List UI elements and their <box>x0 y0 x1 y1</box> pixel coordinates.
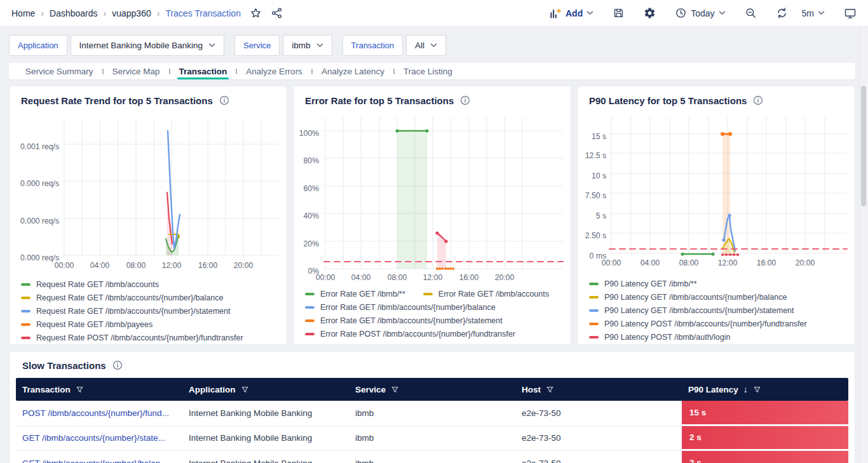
slow-transactions-body: POST /ibmb/accounts/{number}/fund...Inte… <box>16 401 848 463</box>
column-header-host[interactable]: Host <box>515 385 682 394</box>
svg-text:12:00: 12:00 <box>162 261 182 270</box>
info-icon[interactable] <box>219 95 229 105</box>
tab-analyze-latency[interactable]: Analyze Latency <box>313 63 393 79</box>
tab-transaction[interactable]: Transaction <box>170 63 236 79</box>
filter-select-service[interactable]: ibmb <box>283 35 332 56</box>
breadcrumb-dashboards[interactable]: Dashboards <box>50 8 98 18</box>
zoom-out-button[interactable] <box>745 7 757 19</box>
legend-row: Request Rate GET /ibmb/accounts <box>21 278 287 291</box>
tab-service-summary[interactable]: Service Summary <box>17 63 102 79</box>
legend-label: Request Rate GET /ibmb/accounts/{number}… <box>36 307 231 316</box>
svg-text:04:00: 04:00 <box>641 258 660 267</box>
legend-label: Request Rate GET /ibmb/accounts/{number}… <box>36 293 223 302</box>
legend-row: P90 Latency GET /ibmb/accounts/{number}/… <box>589 304 855 317</box>
add-chart-icon <box>549 7 562 20</box>
column-label: Application <box>189 385 236 394</box>
legend-color-dash <box>423 293 433 295</box>
legend-label: Error Rate POST /ibmb/accounts/{number}/… <box>320 330 515 339</box>
legend-item[interactable]: P90 Latency GET /ibmb/** <box>589 279 697 288</box>
filter-select-transaction[interactable]: All <box>406 35 446 56</box>
legend-item[interactable]: Request Rate GET /ibmb/accounts/{number}… <box>21 293 223 302</box>
svg-text:16:00: 16:00 <box>459 273 479 282</box>
table-row: GET /ibmb/accounts/{number}/state...Inte… <box>16 426 848 452</box>
filter-funnel-icon[interactable] <box>546 386 554 394</box>
legend-item[interactable]: Error Rate POST /ibmb/accounts/{number}/… <box>305 330 515 339</box>
filter-select-application[interactable]: Internet Banking Mobile Banking <box>71 35 224 56</box>
svg-text:40%: 40% <box>304 211 320 220</box>
refresh-interval-button[interactable]: 5m <box>802 8 825 18</box>
filter-bar: Application Internet Banking Mobile Bank… <box>9 35 456 56</box>
scrollbar-thumb[interactable] <box>861 86 866 206</box>
info-icon[interactable] <box>112 360 123 370</box>
legend-row: Request Rate POST /ibmb/accounts/{number… <box>21 331 287 344</box>
top-bar: Home › Dashboards › vuapp360 › Traces Tr… <box>0 0 868 27</box>
transaction-link[interactable]: GET /ibmb/accounts/{number}/state... <box>16 426 182 451</box>
svg-text:08:00: 08:00 <box>388 273 407 282</box>
legend-label: Request Rate GET /ibmb/accounts <box>36 280 159 289</box>
info-icon[interactable] <box>753 95 763 105</box>
legend-item[interactable]: Request Rate GET /ibmb/payees <box>21 320 153 329</box>
refresh-button[interactable] <box>776 7 788 19</box>
filter-funnel-icon[interactable] <box>391 386 399 394</box>
tv-mode-button[interactable] <box>844 7 857 20</box>
save-button[interactable] <box>613 7 625 19</box>
legend-label: Error Rate GET /ibmb/accounts/{number}/b… <box>320 303 496 312</box>
legend-row: P90 Latency POST /ibmb/accounts/{number}… <box>589 317 855 330</box>
svg-text:00:00: 00:00 <box>602 258 621 267</box>
filter-funnel-icon[interactable] <box>241 386 249 394</box>
legend-row: Request Rate GET /ibmb/accounts/{number}… <box>21 291 287 304</box>
legend-row: Request Rate GET /ibmb/accounts/{number}… <box>21 304 287 318</box>
service-cell: ibmb <box>349 451 515 463</box>
legend-item[interactable]: Error Rate GET /ibmb/accounts/{number}/s… <box>305 316 503 325</box>
p90-latency-chart[interactable]: 15 s12.5 s10 s7.50 s5 s2.50 s0 ms00:0004… <box>578 108 855 272</box>
legend-item[interactable]: Request Rate POST /ibmb/accounts/{number… <box>21 333 243 342</box>
column-header-application[interactable]: Application <box>182 385 349 394</box>
settings-button[interactable] <box>644 7 656 19</box>
filter-label-transaction: Transaction <box>342 35 403 56</box>
column-header-service[interactable]: Service <box>349 385 515 394</box>
error-rate-chart[interactable]: 100%80%60%40%20%0%00:0004:0008:0012:0016… <box>294 108 571 286</box>
time-range-button[interactable]: Today <box>675 7 725 19</box>
chevron-down-icon <box>316 43 323 48</box>
slow-transactions-title: Slow Transactions <box>22 360 106 371</box>
svg-text:2.50 s: 2.50 s <box>585 231 606 240</box>
chevron-down-icon <box>208 43 215 48</box>
svg-text:20:00: 20:00 <box>495 273 515 282</box>
filter-group-service: Service ibmb <box>234 35 332 56</box>
tab-analyze-errors[interactable]: Analyze Errors <box>237 63 311 79</box>
add-button[interactable]: Add <box>549 7 593 20</box>
column-header-p90-latency[interactable]: P90 Latency ↓ <box>682 384 848 394</box>
request-rate-chart[interactable]: 0.001 req/s0.000 req/s0.000 req/s0.000 r… <box>10 108 287 274</box>
share-icon[interactable] <box>271 7 283 19</box>
legend-item[interactable]: Error Rate GET /ibmb/accounts/{number}/b… <box>305 303 496 312</box>
breadcrumb-home[interactable]: Home <box>11 8 35 18</box>
legend-item[interactable]: P90 Latency POST /ibmb/auth/login <box>589 333 731 342</box>
legend-item[interactable]: Request Rate GET /ibmb/accounts <box>21 280 159 289</box>
legend-item[interactable]: P90 Latency POST /ibmb/accounts/{number}… <box>589 319 807 328</box>
transaction-link[interactable]: GET /ibmb/accounts/{number}/balan... <box>16 451 182 463</box>
legend-label: P90 Latency GET /ibmb/** <box>604 279 697 288</box>
sort-desc-icon[interactable]: ↓ <box>743 384 748 394</box>
legend-item[interactable]: Request Rate GET /ibmb/accounts/{number}… <box>21 307 231 316</box>
info-icon[interactable] <box>460 95 470 105</box>
tab-trace-listing[interactable]: Trace Listing <box>395 63 461 79</box>
legend-item[interactable]: Error Rate GET /ibmb/accounts <box>423 290 549 299</box>
filter-funnel-icon[interactable] <box>76 386 84 394</box>
latency-badge: 15 s <box>682 401 848 424</box>
favorite-star-icon[interactable] <box>250 7 262 19</box>
scrollbar-track[interactable] <box>859 27 868 463</box>
request-rate-legend: Request Rate GET /ibmb/accountsRequest R… <box>10 278 287 344</box>
tab-service-map[interactable]: Service Map <box>104 63 169 79</box>
legend-item[interactable]: P90 Latency GET /ibmb/accounts/{number}/… <box>589 306 794 315</box>
column-label: P90 Latency <box>688 385 738 394</box>
legend-label: Error Rate GET /ibmb/accounts/{number}/s… <box>320 316 503 325</box>
transaction-link[interactable]: POST /ibmb/accounts/{number}/fund... <box>16 401 182 426</box>
legend-item[interactable]: Error Rate GET /ibmb/** <box>305 290 405 299</box>
zoom-out-icon <box>745 7 757 19</box>
filter-funnel-icon[interactable] <box>753 386 761 394</box>
legend-item[interactable]: P90 Latency GET /ibmb/accounts/{number}/… <box>589 293 787 302</box>
column-header-transaction[interactable]: Transaction <box>16 385 182 394</box>
svg-text:04:00: 04:00 <box>90 261 110 270</box>
breadcrumb-vuapp360[interactable]: vuapp360 <box>112 8 151 18</box>
breadcrumb-separator: › <box>104 8 107 18</box>
